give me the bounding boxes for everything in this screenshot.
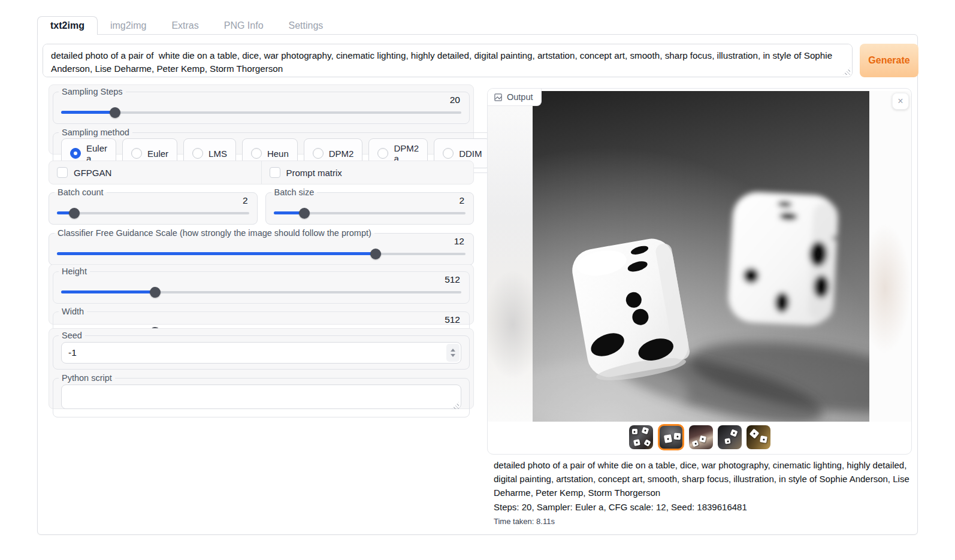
sampling-steps-slider[interactable] [61,107,461,118]
number-stepper[interactable] [446,344,460,362]
radio-label: LMS [208,149,227,159]
prompt-matrix-checkbox[interactable] [270,167,280,178]
seed-input[interactable] [61,342,461,364]
height-value: 512 [61,274,460,285]
cfg-scale-group: Classifier Free Guidance Scale (how stro… [49,228,474,265]
slider-fill [61,290,155,293]
cfg-scale-slider[interactable] [57,249,466,259]
width-label: Width [59,307,87,316]
sampling-steps-label: Sampling Steps [59,87,126,96]
radio-dot-icon [251,148,262,159]
gallery-letterbox-right [869,91,912,422]
tab-settings[interactable]: Settings [276,16,336,35]
generate-button[interactable]: Generate [860,44,918,77]
close-button[interactable]: × [892,93,909,110]
tab-bar: txt2img img2img Extras PNG Info Settings [37,16,336,35]
batch-count-label: Batch count [55,187,107,197]
radio-label: Heun [267,149,289,159]
gallery-thumbnail-4[interactable] [718,425,742,449]
gallery-thumbnails [488,424,911,450]
python-script-label: Python script [59,373,115,383]
gallery-thumbnail-5[interactable] [747,425,770,449]
slider-thumb[interactable] [150,287,161,298]
generation-params-text: Steps: 20, Sampler: Euler a, CFG scale: … [494,501,915,514]
radio-dot-icon [131,148,142,159]
prompt-field-wrap: detailed photo of a pair of white die on… [43,44,853,77]
cfg-scale-label: Classifier Free Guidance Scale (how stro… [55,228,374,238]
radio-dot-icon [70,148,81,159]
tab-img2img[interactable]: img2img [98,16,159,35]
width-value: 512 [61,314,460,325]
generation-prompt-text: detailed photo of a pair of white die on… [494,459,915,500]
slider-thumb[interactable] [299,208,310,219]
gallery-letterbox-left [488,91,533,422]
tab-txt2img[interactable]: txt2img [37,16,98,35]
gfpgan-label: GFPGAN [74,168,111,178]
batch-size-group: Batch size 2 [265,187,475,225]
radio-dot-icon [192,148,203,159]
txt2img-panel: detailed photo of a pair of white die on… [37,34,918,535]
seed-group: Seed [53,331,470,370]
slider-thumb[interactable] [110,107,120,118]
output-label-chip: Output [488,89,542,106]
radio-label: DDIM [459,149,482,159]
slider-fill [57,252,376,255]
prompt-input[interactable]: detailed photo of a pair of white die on… [43,44,853,77]
batch-count-slider[interactable] [57,208,249,219]
output-panel: Output × [487,88,912,455]
prompt-matrix-label: Prompt matrix [286,168,342,178]
generated-image[interactable] [533,91,869,422]
tab-extras[interactable]: Extras [159,16,211,35]
tab-png-info[interactable]: PNG Info [211,16,276,35]
slider-thumb[interactable] [69,208,80,219]
height-slider[interactable] [61,287,461,298]
gallery-thumbnail-1[interactable] [629,425,653,449]
step-up-icon[interactable] [451,349,455,352]
sampling-group: Sampling Steps 20 Sampling method Euler … [49,84,474,155]
gallery-thumbnail-2-selected[interactable] [658,424,684,450]
sampling-method-label: Sampling method [59,128,132,137]
slider-fill [61,111,115,114]
radio-label: DPM2 [329,149,354,159]
height-label: Height [59,267,90,276]
app-window: txt2img img2img Extras PNG Info Settings… [0,0,955,560]
dimensions-group: Height 512 Width 512 [49,264,474,325]
sampling-steps-group: Sampling Steps 20 [53,87,470,124]
options-group: GFPGAN Prompt matrix [49,161,474,184]
slider-track[interactable] [61,111,461,114]
gfpgan-option[interactable]: GFPGAN [49,161,261,184]
seed-label: Seed [59,331,85,340]
dice-photo [533,91,869,422]
batch-row: Batch count 2 Batch size 2 [49,187,474,225]
slider-track[interactable] [57,212,249,214]
seed-script-group: Seed Python script [49,328,474,409]
prompt-matrix-option[interactable]: Prompt matrix [261,161,474,184]
image-icon [494,93,503,102]
close-icon: × [897,96,903,107]
seed-field-wrap [61,342,461,364]
batch-size-slider[interactable] [274,208,466,219]
slider-thumb[interactable] [370,249,381,259]
generation-info: detailed photo of a pair of white die on… [487,459,915,526]
radio-dot-icon [377,148,388,159]
python-script-input[interactable] [61,385,461,409]
step-down-icon[interactable] [451,354,455,357]
python-script-wrap [61,385,461,411]
height-group: Height 512 [53,267,470,304]
gallery-thumbnail-3[interactable] [689,425,713,449]
radio-dot-icon [313,148,324,159]
generation-time-text: Time taken: 8.11s [494,517,915,526]
python-script-group: Python script [53,373,470,417]
output-label: Output [507,92,533,102]
gfpgan-checkbox[interactable] [57,167,68,178]
batch-size-label: Batch size [271,187,318,197]
radio-label: Euler [147,149,168,159]
batch-count-group: Batch count 2 [49,187,258,225]
radio-dot-icon [443,148,454,159]
